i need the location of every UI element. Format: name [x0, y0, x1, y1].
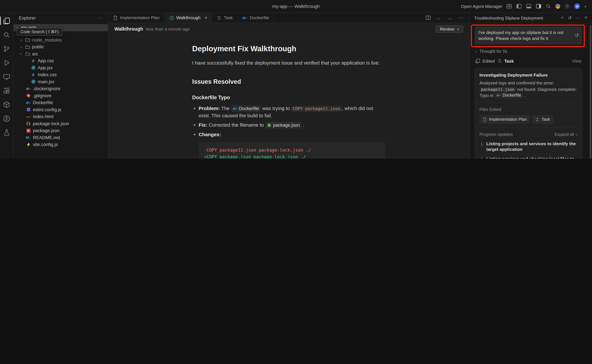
task-chip[interactable]: Task [532, 115, 553, 124]
testing-icon[interactable] [1, 128, 12, 137]
layout-grid-icon[interactable] [506, 3, 512, 9]
remote-explorer-icon[interactable] [1, 72, 12, 81]
expand-all-link[interactable]: Expand all‹ [555, 132, 577, 138]
css-file-icon: # [31, 58, 36, 63]
tree-item-file[interactable]: # index.css [14, 71, 108, 78]
tree-item-file[interactable]: {} package-lock.json [14, 120, 108, 127]
review-button[interactable]: Review ∨ [436, 25, 463, 33]
walkthrough-icon [169, 15, 174, 20]
progress-step: 1 Listing projects and services to ident… [479, 141, 577, 153]
agent-conversation: I've deployed my app on sliplane but it … [470, 23, 592, 158]
accounts-icon[interactable] [1, 114, 12, 123]
search-icon[interactable] [1, 30, 12, 39]
doc-h2-issues: Issues Resolved [192, 77, 386, 87]
new-chat-icon[interactable]: + [561, 15, 564, 21]
task-icon [497, 58, 502, 63]
source-control-icon[interactable] [1, 44, 12, 53]
scrollbar[interactable] [590, 25, 591, 158]
tree-item-file[interactable]: # App.css [14, 57, 108, 64]
folder-icon [25, 51, 30, 57]
tree-item-file[interactable]: Dockerfile [14, 99, 108, 106]
explorer-title: Explorer [19, 15, 36, 21]
settings-gear-icon[interactable] [565, 3, 570, 9]
package-json-chip[interactable]: package.json [265, 122, 302, 129]
tree-item-file[interactable]: M↓ README.md [14, 134, 108, 141]
more-icon[interactable]: ··· [576, 15, 581, 21]
document-icon [113, 15, 118, 20]
close-icon[interactable]: × [585, 15, 588, 21]
explorer-icon[interactable] [1, 16, 12, 25]
docker-file-icon [26, 86, 31, 91]
doc-bullet-fix: Fix: Corrected the filename to package.j… [192, 122, 386, 129]
tree-label: vite.config.js [33, 142, 58, 147]
tree-label: node_modules [32, 37, 62, 43]
tree-label: .dockerignore [33, 86, 60, 91]
tree-item-file[interactable]: eslint.config.js [14, 106, 108, 113]
docker-file-icon [242, 15, 247, 20]
tree-item-folder[interactable]: › public [14, 43, 108, 50]
open-agent-manager-button[interactable]: Open Agent Manager [461, 4, 502, 8]
react-file-icon [31, 79, 36, 84]
file-tree: › my-app › node_modules › public › [14, 23, 108, 158]
nav-forward-icon[interactable]: → [447, 15, 452, 20]
title-bar: my-app — Walkthrough Open Agent Manager … [0, 0, 592, 13]
tab-label: Dockerfile [250, 15, 269, 20]
tree-label: index.html [33, 114, 53, 119]
panel-bottom-icon[interactable] [526, 3, 532, 9]
card-body: Analyzed logs and confirmed the error: p… [479, 80, 577, 99]
dockerfile-chip[interactable]: Dockerfile [231, 105, 261, 112]
implementation-plan-chip[interactable]: Implementation Plan [479, 115, 530, 124]
tree-label: main.jsx [38, 79, 54, 84]
thought-row[interactable]: › Thought for 5s [475, 45, 582, 54]
user-avatar[interactable]: A [574, 3, 580, 9]
folder-icon [25, 37, 30, 43]
tree-item-file[interactable]: App.jsx [14, 64, 108, 71]
diff-code-block: -COPY package11.json package-lock.json .… [199, 142, 386, 158]
doc-intro: I have successfully fixed the deployment… [192, 59, 386, 67]
view-link[interactable]: View [572, 59, 581, 63]
copilot-icon[interactable] [555, 4, 560, 9]
tab-label: Implementation Plan [120, 15, 160, 20]
close-icon[interactable]: × [205, 15, 207, 20]
restore-checkpoint-icon[interactable]: ↺ [575, 32, 579, 39]
tree-item-file[interactable]: .dockerignore [14, 85, 108, 92]
chevron-icon: ‹ [576, 132, 577, 138]
panel-right-icon[interactable] [536, 3, 541, 9]
tree-label: README.md [33, 135, 60, 140]
tree-label: App.jsx [38, 65, 53, 71]
diff-added-line: +COPY package.json package-lock.json ./ [204, 154, 380, 158]
tree-item-folder[interactable]: › node_modules [14, 36, 108, 43]
tab-bar: Implementation Plan Walkthrough × Task D… [108, 13, 469, 23]
tree-item-file[interactable]: main.jsx [14, 78, 108, 85]
tree-item-file[interactable]: .gitignore [14, 92, 108, 99]
explorer-more-icon[interactable]: ··· [97, 15, 103, 21]
tree-item-file[interactable]: n package.json [14, 127, 108, 134]
tree-item-folder[interactable]: › src [14, 50, 108, 57]
tab-walkthrough[interactable]: Walkthrough × [165, 13, 212, 23]
tree-label: Dockerfile [33, 100, 53, 105]
chevron-down-icon[interactable]: ∨ [584, 4, 587, 8]
split-editor-icon[interactable] [426, 15, 431, 20]
task-icon [217, 15, 222, 20]
more-actions-icon[interactable]: ··· [458, 14, 464, 21]
css-file-icon: # [31, 72, 36, 77]
doc-bullet-changes: Changes: -COPY package11.json package-lo… [192, 131, 386, 158]
docker-file-icon [26, 100, 31, 105]
extensions-icon[interactable] [1, 86, 12, 95]
review-label: Review [440, 27, 454, 31]
search-icon[interactable] [546, 3, 551, 9]
tab-dockerfile[interactable]: Dockerfile [238, 13, 274, 23]
history-icon[interactable]: ↺ [568, 15, 572, 21]
doc-timestamp: less than a minute ago [146, 27, 190, 31]
agent-panel: Troubleshooting Sliplane Deployment + ↺ … [469, 13, 592, 158]
window-title: my-app — Walkthrough [272, 4, 320, 9]
tab-task[interactable]: Task [212, 13, 238, 23]
dockerfile-chip[interactable]: Dockerfile [495, 92, 523, 98]
tab-implementation-plan[interactable]: Implementation Plan [108, 13, 165, 23]
run-debug-icon[interactable] [1, 58, 12, 67]
nav-back-icon[interactable]: ← [436, 15, 441, 20]
tree-item-file[interactable]: <> index.html [14, 113, 108, 120]
panel-left-icon[interactable] [516, 3, 522, 9]
tree-item-file[interactable]: vite.config.js [14, 141, 108, 148]
docker-icon[interactable] [1, 100, 12, 109]
